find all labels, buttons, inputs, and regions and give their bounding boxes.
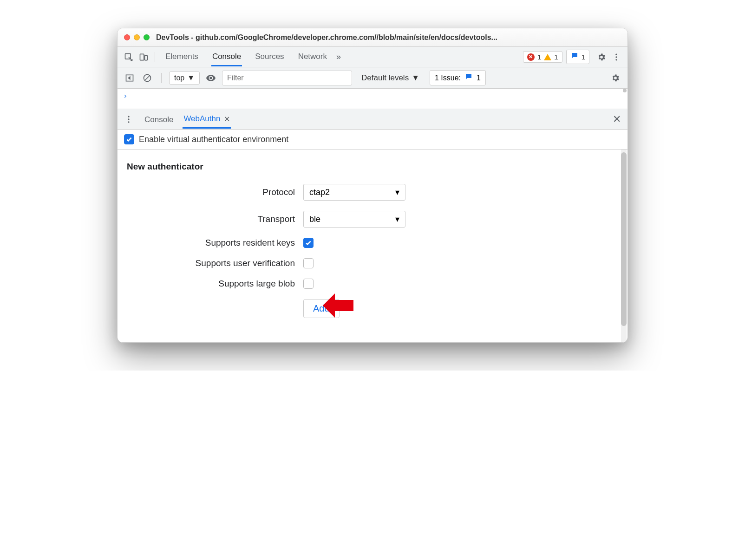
drawer-tab-webauthn[interactable]: WebAuthn ✕ [183,110,231,129]
svg-point-10 [128,121,129,123]
window-controls [124,34,150,40]
form-heading: New authenticator [127,162,618,172]
context-label: top [174,74,184,82]
scrollbar-thumb[interactable] [623,89,627,92]
close-tab-icon[interactable]: ✕ [224,115,230,124]
enable-label: Enable virtual authenticator environment [139,135,288,144]
live-expression-icon[interactable] [204,72,217,85]
user-verification-checkbox[interactable] [303,258,314,268]
console-settings-icon[interactable] [609,72,622,85]
separator [161,73,162,83]
dropdown-icon: ▾ [395,187,399,197]
drawer-tabbar: Console WebAuthn ✕ ✕ [118,109,627,130]
svg-point-4 [615,56,617,58]
tab-console[interactable]: Console [211,47,242,66]
webauthn-panel: New authenticator Protocol ctap2 ▾ Trans… [118,150,627,342]
status-badges: ✕ 1 1 1 [523,50,589,64]
svg-point-5 [615,59,617,60]
large-blob-checkbox[interactable] [303,279,314,289]
tab-elements[interactable]: Elements [164,47,199,66]
issues-label: 1 Issue: [435,74,461,82]
issue-icon [464,72,473,83]
prompt-caret-icon: › [123,91,128,100]
large-blob-label: Supports large blob [127,279,303,289]
separator [155,52,155,62]
levels-label: Default levels [361,73,409,83]
transport-select[interactable]: ble ▾ [303,211,405,228]
user-verification-row: Supports user verification [127,258,618,268]
filter-input[interactable] [222,71,352,85]
titlebar: DevTools - github.com/GoogleChrome/devel… [118,28,627,47]
issues-count: 1 [477,74,481,82]
add-button[interactable]: Add [303,299,340,318]
error-count: 1 [537,53,541,61]
inspect-element-icon[interactable] [122,51,135,64]
add-row: Add [127,299,618,318]
error-icon: ✕ [527,53,535,61]
tab-sources[interactable]: Sources [254,47,285,66]
execution-context-select[interactable]: top ▼ [169,72,200,85]
svg-point-8 [128,116,129,117]
more-tabs-icon[interactable]: » [336,52,341,62]
drawer-menu-icon[interactable] [122,113,135,126]
console-toolbar: top ▼ Default levels ▼ 1 Issue: 1 [118,67,627,89]
console-sidebar-toggle-icon[interactable] [123,72,136,85]
messages-badge[interactable]: 1 [566,50,589,64]
svg-point-9 [128,118,129,120]
user-verification-label: Supports user verification [127,258,303,268]
warning-count: 1 [554,53,558,61]
devtools-window: DevTools - github.com/GoogleChrome/devel… [117,28,628,343]
settings-icon[interactable] [595,51,608,64]
new-authenticator-form: New authenticator Protocol ctap2 ▾ Trans… [118,150,627,342]
protocol-value: ctap2 [309,188,330,197]
tab-network[interactable]: Network [297,47,328,66]
svg-rect-1 [140,54,144,60]
dropdown-icon: ▼ [412,73,419,83]
close-window-button[interactable] [124,34,130,40]
enable-virtual-auth-checkbox[interactable] [124,134,134,144]
window-title: DevTools - github.com/GoogleChrome/devel… [156,33,497,42]
svg-point-3 [615,53,617,55]
console-output[interactable]: › [118,89,627,109]
protocol-label: Protocol [127,187,303,197]
device-toolbar-icon[interactable] [137,51,150,64]
enable-virtual-auth-row: Enable virtual authenticator environment [118,130,627,150]
main-tabs: Elements Console Sources Network [164,47,328,66]
message-icon [570,52,579,62]
drawer-tab-console[interactable]: Console [144,111,174,128]
message-count: 1 [582,53,585,61]
drawer-tab-label: WebAuthn [183,114,220,124]
maximize-window-button[interactable] [144,34,150,40]
error-warning-badge[interactable]: ✕ 1 1 [523,51,562,63]
protocol-row: Protocol ctap2 ▾ [127,184,618,201]
dropdown-icon: ▼ [187,74,195,82]
resident-keys-checkbox[interactable] [303,238,314,248]
svg-rect-2 [145,55,148,60]
kebab-menu-icon[interactable] [610,51,623,64]
main-tabbar: Elements Console Sources Network » ✕ 1 1… [118,47,627,67]
resident-keys-row: Supports resident keys [127,238,618,248]
warning-icon [544,54,551,60]
close-drawer-icon[interactable]: ✕ [611,111,623,127]
clear-console-icon[interactable] [141,72,154,85]
transport-row: Transport ble ▾ [127,211,618,228]
transport-value: ble [309,215,320,224]
large-blob-row: Supports large blob [127,279,618,289]
dropdown-icon: ▾ [395,214,399,224]
minimize-window-button[interactable] [134,34,140,40]
resident-keys-label: Supports resident keys [127,238,303,248]
protocol-select[interactable]: ctap2 ▾ [303,184,405,201]
log-levels-select[interactable]: Default levels ▼ [361,73,419,83]
transport-label: Transport [127,214,303,224]
issues-button[interactable]: 1 Issue: 1 [430,70,486,85]
